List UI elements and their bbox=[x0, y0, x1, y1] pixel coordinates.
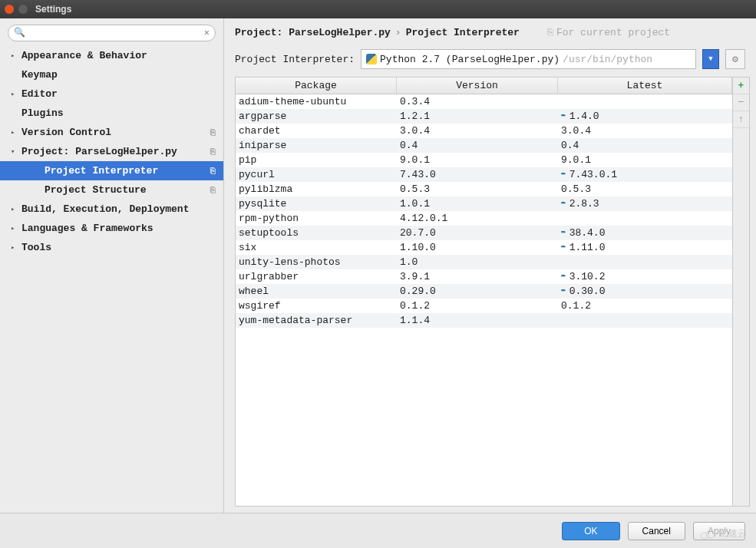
cell-version: 4.12.0.1 bbox=[397, 211, 558, 226]
cell-latest bbox=[558, 255, 732, 269]
gear-icon[interactable]: ⚙ bbox=[725, 49, 745, 69]
sidebar-item-project-structure[interactable]: Project Structure⎘ bbox=[0, 180, 223, 200]
update-available-icon: ➨ bbox=[561, 226, 566, 240]
table-row[interactable]: pysqlite1.0.1➨2.8.3 bbox=[236, 196, 732, 211]
settings-tree: ▸Appearance & BehaviorKeymap▸EditorPlugi… bbox=[0, 46, 223, 513]
cell-package: iniparse bbox=[236, 138, 397, 153]
minimize-icon[interactable] bbox=[18, 5, 28, 14]
settings-window: Settings 🔍 ✕ ▸Appearance & BehaviorKeyma… bbox=[0, 0, 756, 548]
titlebar: Settings bbox=[0, 0, 756, 18]
update-available-icon: ➨ bbox=[561, 284, 566, 299]
interpreter-combo[interactable]: Python 2.7 (ParseLogHelper.py) /usr/bin/… bbox=[361, 49, 696, 69]
cell-version: 0.29.0 bbox=[397, 284, 558, 299]
sidebar-item-project-interpreter[interactable]: Project Interpreter⎘ bbox=[0, 161, 223, 180]
table-row[interactable]: setuptools20.7.0➨38.4.0 bbox=[236, 226, 732, 240]
cell-version: 3.9.1 bbox=[397, 269, 558, 284]
sidebar-item-label: Languages & Frameworks bbox=[21, 223, 154, 234]
col-version[interactable]: Version bbox=[397, 78, 558, 94]
sidebar-item-label: Editor bbox=[21, 88, 58, 100]
cell-latest: ➨0.30.0 bbox=[558, 284, 732, 299]
cell-version: 1.2.1 bbox=[397, 109, 558, 124]
expand-icon: ▾ bbox=[11, 147, 20, 156]
interpreter-name: Python 2.7 (ParseLogHelper.py) bbox=[380, 54, 560, 65]
table-header: Package Version Latest bbox=[236, 78, 732, 94]
sidebar-item-tools[interactable]: ▸Tools bbox=[0, 238, 223, 257]
combo-dropdown-button[interactable]: ▼ bbox=[702, 49, 719, 69]
sidebar-item-keymap[interactable]: Keymap bbox=[0, 65, 223, 84]
cell-latest bbox=[558, 211, 732, 226]
cell-package: setuptools bbox=[236, 226, 397, 240]
sidebar-item-plugins[interactable]: Plugins bbox=[0, 104, 223, 123]
ok-button[interactable]: OK bbox=[562, 522, 619, 540]
table-row[interactable]: adium-theme-ubuntu0.3.4 bbox=[236, 94, 732, 109]
table-row[interactable]: six1.10.0➨1.11.0 bbox=[236, 240, 732, 255]
packages-table-wrap: Package Version Latest adium-theme-ubunt… bbox=[235, 77, 750, 507]
sidebar-item-languages-frameworks[interactable]: ▸Languages & Frameworks bbox=[0, 219, 223, 238]
table-body: adium-theme-ubuntu0.3.4argparse1.2.1➨1.4… bbox=[236, 94, 732, 328]
table-row[interactable]: urlgrabber3.9.1➨3.10.2 bbox=[236, 269, 732, 284]
col-latest[interactable]: Latest bbox=[558, 78, 732, 94]
cell-package: six bbox=[236, 240, 397, 255]
upgrade-package-button[interactable]: ↑ bbox=[733, 111, 749, 128]
sidebar: 🔍 ✕ ▸Appearance & BehaviorKeymap▸EditorP… bbox=[0, 18, 224, 513]
cell-package: pycurl bbox=[236, 167, 397, 182]
sidebar-item-project-parseloghelper-py[interactable]: ▾Project: ParseLogHelper.py⎘ bbox=[0, 142, 223, 161]
sidebar-item-build-execution-deployment[interactable]: ▸Build, Execution, Deployment bbox=[0, 200, 223, 219]
cell-package: rpm-python bbox=[236, 211, 397, 226]
cell-version: 1.10.0 bbox=[397, 240, 558, 255]
cell-package: wsgiref bbox=[236, 299, 397, 313]
cell-latest: 0.5.3 bbox=[558, 182, 732, 196]
update-available-icon: ➨ bbox=[561, 167, 566, 182]
table-row[interactable]: pyliblzma0.5.30.5.3 bbox=[236, 182, 732, 196]
search-icon: 🔍 bbox=[14, 27, 25, 38]
close-icon[interactable] bbox=[5, 5, 14, 14]
sidebar-item-label: Keymap bbox=[21, 69, 58, 81]
remove-package-button[interactable]: − bbox=[733, 94, 749, 111]
table-row[interactable]: chardet3.0.43.0.4 bbox=[236, 124, 732, 138]
packages-table: Package Version Latest adium-theme-ubunt… bbox=[235, 77, 733, 507]
table-row[interactable]: yum-metadata-parser1.1.4 bbox=[236, 313, 732, 328]
cancel-button[interactable]: Cancel bbox=[628, 522, 685, 540]
table-row[interactable]: wheel0.29.0➨0.30.0 bbox=[236, 284, 732, 299]
cell-latest bbox=[558, 94, 732, 109]
sidebar-item-version-control[interactable]: ▸Version Control⎘ bbox=[0, 123, 223, 142]
table-row[interactable]: pip9.0.19.0.1 bbox=[236, 153, 732, 167]
cell-package: wheel bbox=[236, 284, 397, 299]
update-available-icon: ➨ bbox=[561, 109, 566, 124]
table-row[interactable]: wsgiref0.1.20.1.2 bbox=[236, 299, 732, 313]
search-input[interactable] bbox=[8, 25, 216, 41]
expand-icon: ▸ bbox=[11, 224, 20, 233]
cell-package: pip bbox=[236, 153, 397, 167]
cell-latest: 3.0.4 bbox=[558, 124, 732, 138]
cell-version: 1.0 bbox=[397, 255, 558, 269]
interpreter-row: Project Interpreter: Python 2.7 (ParseLo… bbox=[224, 46, 756, 77]
update-available-icon: ➨ bbox=[561, 269, 566, 284]
add-package-button[interactable]: + bbox=[733, 78, 749, 94]
sidebar-item-label: Plugins bbox=[21, 107, 64, 119]
cell-version: 1.1.4 bbox=[397, 313, 558, 328]
cell-package: yum-metadata-parser bbox=[236, 313, 397, 328]
update-available-icon: ➨ bbox=[561, 196, 566, 211]
cell-latest: ➨2.8.3 bbox=[558, 196, 732, 211]
body: 🔍 ✕ ▸Appearance & BehaviorKeymap▸EditorP… bbox=[0, 18, 756, 513]
sidebar-item-appearance-behavior[interactable]: ▸Appearance & Behavior bbox=[0, 46, 223, 65]
table-row[interactable]: argparse1.2.1➨1.4.0 bbox=[236, 109, 732, 124]
col-package[interactable]: Package bbox=[236, 78, 397, 94]
search-wrap: 🔍 ✕ bbox=[0, 25, 223, 46]
sidebar-item-label: Tools bbox=[21, 242, 51, 253]
table-row[interactable]: unity-lens-photos1.0 bbox=[236, 255, 732, 269]
crumb-root[interactable]: Project: ParseLogHelper.py bbox=[235, 27, 391, 38]
table-row[interactable]: pycurl7.43.0➨7.43.0.1 bbox=[236, 167, 732, 182]
cell-package: urlgrabber bbox=[236, 269, 397, 284]
update-available-icon: ➨ bbox=[561, 240, 566, 255]
cell-latest: ➨1.4.0 bbox=[558, 109, 732, 124]
crumb-leaf: Project Interpreter bbox=[406, 27, 520, 38]
clear-icon[interactable]: ✕ bbox=[204, 27, 210, 38]
sidebar-item-label: Version Control bbox=[21, 127, 111, 138]
cell-package: unity-lens-photos bbox=[236, 255, 397, 269]
sidebar-item-editor[interactable]: ▸Editor bbox=[0, 84, 223, 104]
interpreter-label: Project Interpreter: bbox=[235, 54, 355, 65]
project-badge-icon: ⎘ bbox=[210, 128, 216, 137]
table-row[interactable]: iniparse0.40.4 bbox=[236, 138, 732, 153]
table-row[interactable]: rpm-python4.12.0.1 bbox=[236, 211, 732, 226]
